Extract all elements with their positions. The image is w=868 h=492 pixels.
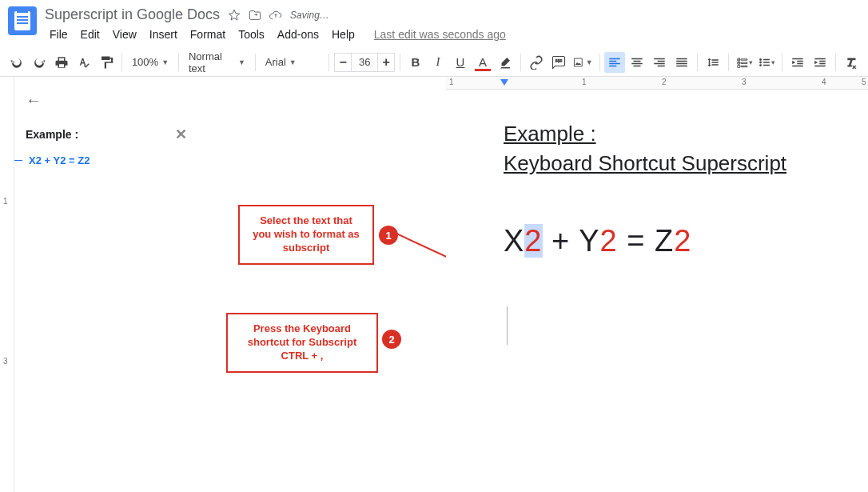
line-spacing-button[interactable] <box>703 52 723 73</box>
menu-view[interactable]: View <box>108 25 141 44</box>
comment-button[interactable] <box>548 52 569 73</box>
star-icon[interactable] <box>228 9 241 22</box>
outline-back-arrow[interactable]: ← <box>26 91 187 110</box>
svg-point-1 <box>759 61 762 63</box>
fontsize-increase[interactable]: + <box>377 53 395 72</box>
bold-button[interactable]: B <box>405 52 426 73</box>
align-left-button[interactable] <box>604 52 625 73</box>
outline-heading[interactable]: Example : <box>26 128 78 141</box>
svg-point-0 <box>759 58 762 61</box>
align-justify-button[interactable] <box>671 52 692 73</box>
align-center-button[interactable] <box>627 52 647 73</box>
menu-tools[interactable]: Tools <box>233 25 269 44</box>
equation-text[interactable]: X2 + Y2 = Z2 <box>504 224 868 258</box>
menu-file[interactable]: File <box>45 25 73 44</box>
annotation-callout-2: Press the Keyboard shortcut for Subscrip… <box>226 313 378 373</box>
annotation-badge-2: 2 <box>382 330 401 349</box>
link-button[interactable] <box>526 52 547 73</box>
undo-button[interactable] <box>6 52 27 73</box>
checklist-button[interactable]: ▾ <box>734 52 755 73</box>
bullet-list-button[interactable]: ▾ <box>756 52 777 73</box>
redo-button[interactable] <box>29 52 50 73</box>
docs-icon[interactable] <box>8 6 37 35</box>
doc-heading-1[interactable]: Example : <box>504 122 868 146</box>
vertical-ruler: 1 3 <box>0 77 14 492</box>
annotation-badge-1: 1 <box>379 226 398 245</box>
document-name[interactable]: Superscript in Google Docs <box>45 6 220 23</box>
annotation-callout-1: Select the text that you wish to format … <box>238 205 374 265</box>
text-cursor <box>507 306 508 345</box>
indent-increase-button[interactable] <box>810 52 830 73</box>
doc-heading-2[interactable]: Keyboard Shortcut Superscript <box>504 151 868 176</box>
menu-format[interactable]: Format <box>185 25 230 44</box>
font-dropdown[interactable]: Arial▼ <box>261 52 324 73</box>
outline-close-icon[interactable]: ✕ <box>175 126 187 143</box>
style-dropdown[interactable]: Normal text▼ <box>184 52 250 73</box>
menu-addons[interactable]: Add-ons <box>273 25 324 44</box>
underline-button[interactable]: U <box>450 52 471 73</box>
outline-item[interactable]: X2 + Y2 = Z2 <box>26 154 187 166</box>
move-icon[interactable] <box>249 9 261 22</box>
print-button[interactable] <box>51 52 72 73</box>
menu-insert[interactable]: Insert <box>145 25 182 44</box>
text-color-button[interactable]: A <box>472 52 493 73</box>
align-right-button[interactable] <box>649 52 670 73</box>
italic-button[interactable]: I <box>428 52 448 73</box>
last-edit-link[interactable]: Last edit was seconds ago <box>369 25 511 44</box>
highlight-button[interactable] <box>495 52 516 73</box>
menu-help[interactable]: Help <box>327 25 360 44</box>
svg-point-2 <box>759 64 762 66</box>
zoom-dropdown[interactable]: 100%▼ <box>127 52 173 73</box>
saving-status: Saving… <box>290 10 329 21</box>
paint-format-button[interactable] <box>96 52 117 73</box>
selected-subscript-char: 2 <box>524 224 542 258</box>
horizontal-ruler[interactable]: 1 1 2 3 4 5 <box>446 77 868 90</box>
indent-marker-icon[interactable] <box>500 79 508 86</box>
indent-decrease-button[interactable] <box>787 52 808 73</box>
toolbar: 100%▼ Normal text▼ Arial▼ − 36 + B I U A… <box>0 48 868 77</box>
image-button[interactable]: ▼ <box>571 52 595 73</box>
fontsize-value[interactable]: 36 <box>352 53 377 72</box>
spellcheck-button[interactable] <box>74 52 94 73</box>
document-page[interactable]: Example : Keyboard Shortcut Superscript … <box>446 90 868 492</box>
fontsize-decrease[interactable]: − <box>334 53 352 72</box>
clear-formatting-button[interactable] <box>841 52 862 73</box>
cloud-save-icon <box>269 9 282 22</box>
menu-edit[interactable]: Edit <box>76 25 105 44</box>
